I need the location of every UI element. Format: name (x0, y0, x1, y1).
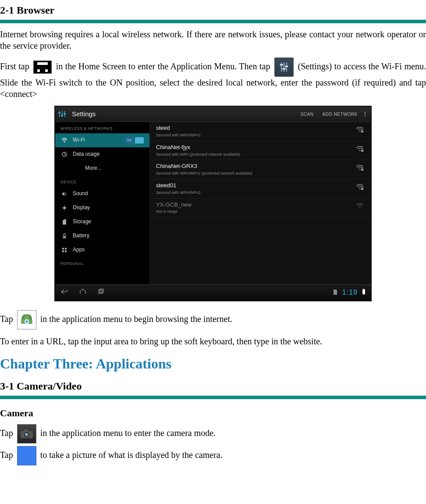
text: Tap (0, 428, 15, 437)
sidebar-item[interactable]: Apps (55, 243, 149, 257)
apps-icon (60, 247, 68, 253)
wifi-switch[interactable]: ON (125, 137, 144, 144)
svg-point-26 (359, 131, 361, 132)
wireless-section-label: WIRELESS & NETWORKS (55, 122, 149, 133)
network-security: Not in range (156, 209, 356, 214)
network-name: ChinaNet-GRX3 (156, 163, 356, 170)
svg-point-40 (25, 320, 28, 323)
divider (0, 396, 426, 399)
svg-rect-24 (62, 250, 64, 252)
sidebar-item[interactable]: Sound (55, 187, 149, 201)
svg-rect-10 (61, 115, 63, 116)
svg-rect-33 (361, 188, 363, 190)
network-name: steed (156, 125, 356, 132)
settings-sliders-icon (58, 110, 68, 118)
camera-icon (17, 424, 36, 443)
wifi-signal-icon (356, 165, 365, 174)
wifi-signal-icon (356, 184, 365, 193)
recents-icon[interactable] (97, 289, 105, 297)
sidebar-item[interactable]: Battery (55, 229, 149, 243)
settings-icon (274, 57, 294, 77)
circle-icon (60, 152, 68, 157)
svg-rect-9 (58, 112, 60, 114)
svg-point-28 (359, 150, 361, 151)
text: Tap (0, 450, 15, 459)
wifi-network-item[interactable]: ChinaNet-fjyxSecured with WPA (protected… (150, 141, 371, 161)
svg-point-30 (359, 169, 361, 170)
sidebar-label: Apps (73, 247, 85, 254)
add-network-button[interactable]: ADD NETWORK (318, 111, 362, 117)
svg-rect-21 (64, 236, 65, 238)
sidebar-item[interactable]: Wi-FiON (55, 133, 149, 147)
network-name: steed01 (156, 182, 356, 189)
svg-rect-1 (284, 63, 284, 72)
svg-point-34 (359, 207, 361, 208)
sidebar-label: Sound (73, 190, 88, 197)
svg-rect-36 (100, 289, 103, 293)
wifi-icon (60, 138, 68, 143)
sd-card-icon (333, 289, 338, 297)
settings-sidebar: WIRELESS & NETWORKS Wi-FiONData usageMor… (55, 122, 150, 284)
sd-icon (60, 219, 68, 225)
intro-paragraph: Internet browsing requires a local wirel… (0, 29, 426, 51)
network-security: Secured with WPA/WPA2 (protected network… (156, 171, 356, 176)
svg-rect-35 (99, 290, 102, 293)
sidebar-label: Display (73, 204, 90, 211)
wifi-network-item[interactable]: steed01Secured with WPA/WPA2 (150, 179, 371, 199)
svg-point-14 (63, 207, 66, 209)
sidebar-item[interactable]: Display (55, 201, 149, 215)
wifi-network-item[interactable]: YX-GCB_newNot in range (150, 199, 371, 218)
wifi-network-list: steedSecured with WPA/WPA2ChinaNet-fjyxS… (150, 122, 371, 284)
svg-rect-0 (281, 63, 282, 72)
network-security: Secured with WPA/WPA2 (156, 133, 356, 138)
network-name: ChinaNet-fjyx (156, 144, 356, 151)
network-name: YX-GCB_new (156, 201, 356, 209)
chapter-three-title: Chapter Three: Applications (0, 355, 426, 373)
battery-icon (60, 233, 68, 239)
svg-rect-27 (361, 131, 363, 132)
svg-point-45 (25, 433, 26, 434)
back-icon[interactable] (60, 289, 68, 297)
home-icon[interactable] (79, 289, 87, 297)
sidebar-label: Data usage (73, 151, 99, 158)
svg-rect-29 (361, 150, 363, 152)
sidebar-item[interactable]: More... (55, 161, 149, 175)
browser-tap-instruction: Tap in the application menu to begin bro… (0, 310, 426, 329)
shutter-tap-instruction: Tap to take a picture of what is display… (0, 446, 426, 465)
network-security: Secured with WPA (protected network avai… (156, 152, 356, 157)
speaker-icon (60, 191, 68, 197)
svg-rect-42 (24, 429, 28, 432)
svg-rect-37 (362, 290, 365, 294)
android-navbar: 1:19 (55, 284, 371, 300)
apps-grid-icon (33, 61, 52, 74)
text: to take a picture of what is displayed b… (40, 450, 223, 459)
overflow-menu-icon[interactable] (362, 111, 368, 117)
svg-rect-7 (62, 111, 63, 117)
scan-button[interactable]: SCAN (296, 111, 318, 117)
sidebar-item[interactable]: Storage (55, 215, 149, 229)
svg-rect-4 (282, 68, 285, 70)
section-2-1-title: 2-1 Browser (0, 4, 426, 17)
battery-icon (362, 288, 366, 297)
svg-point-32 (359, 188, 361, 189)
screenshot-title: Settings (72, 110, 296, 118)
sidebar-label: Wi-Fi (73, 137, 85, 144)
text: First tap (0, 61, 32, 71)
svg-point-12 (64, 141, 65, 143)
wifi-signal-icon (356, 203, 365, 212)
wifi-signal-icon (356, 127, 365, 136)
svg-rect-31 (361, 169, 363, 171)
personal-section-label: PERSONAL (55, 257, 149, 268)
display-icon (60, 205, 68, 211)
wifi-network-item[interactable]: ChinaNet-GRX3Secured with WPA/WPA2 (prot… (150, 160, 371, 179)
wifi-network-item[interactable]: steedSecured with WPA/WPA2 (150, 122, 371, 141)
svg-rect-3 (280, 64, 283, 66)
text: in the Home Screen to enter the Applicat… (56, 61, 273, 71)
svg-rect-38 (363, 289, 365, 290)
text: Tap (0, 314, 15, 324)
screenshot-header: Settings SCAN ADD NETWORK (55, 107, 371, 122)
divider (0, 20, 426, 23)
text: in the application menu to enter the cam… (40, 428, 216, 437)
device-section-label: DEVICE (55, 175, 149, 187)
sidebar-item[interactable]: Data usage (55, 147, 149, 161)
